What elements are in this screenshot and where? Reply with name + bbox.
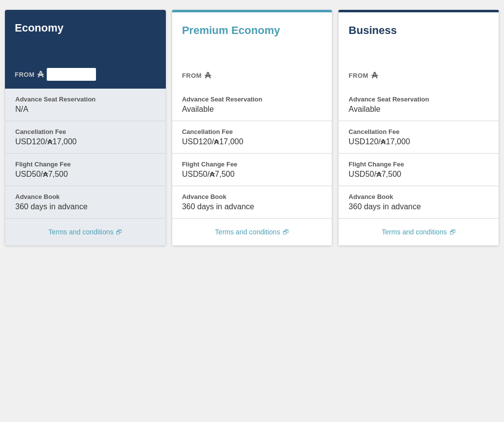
- card-economy-feature-0: Advance Seat ReservationN/A: [5, 89, 165, 121]
- card-economy-external-link-icon: 🗗: [116, 228, 122, 236]
- card-premium: Premium EconomyFROMAAdvance Seat Reserva…: [172, 10, 333, 246]
- card-business-terms-link[interactable]: Terms and conditions🗗: [382, 228, 456, 236]
- card-business-feature-value-0: Available: [348, 105, 489, 114]
- card-premium-feature-label-3: Advance Book: [182, 193, 322, 200]
- card-economy-header: EconomyFROMA: [5, 10, 166, 89]
- card-business-external-link-icon: 🗗: [449, 228, 456, 236]
- card-business: BusinessFROMAAdvance Seat ReservationAva…: [338, 10, 499, 246]
- card-economy-price-row: FROMA: [15, 68, 156, 81]
- card-economy-feature-value-1: USD120/A17,000: [15, 137, 156, 146]
- card-business-terms-text: Terms and conditions: [382, 228, 447, 236]
- card-economy-feature-label-0: Advance Seat Reservation: [15, 96, 156, 103]
- card-premium-feature-value-0: Available: [182, 105, 322, 114]
- card-premium-feature-1: Cancellation FeeUSD120/A17,000: [172, 121, 332, 154]
- fare-comparison-cards: EconomyFROMAAdvance Seat ReservationN/AC…: [5, 5, 499, 251]
- card-economy-terms-row: Terms and conditions🗗: [5, 219, 165, 245]
- card-economy-currency-symbol: A: [37, 69, 44, 80]
- card-economy-price-value[interactable]: [47, 68, 96, 81]
- card-premium-body: Advance Seat ReservationAvailableCancell…: [172, 89, 333, 246]
- card-business-price-row: FROMA: [348, 70, 489, 81]
- card-premium-feature-value-3: 360 days in advance: [182, 202, 322, 211]
- card-economy-feature-2: Flight Change FeeUSD50/A7,500: [5, 154, 165, 186]
- card-economy-title: Economy: [15, 22, 156, 34]
- card-economy-feature-value-2: USD50/A7,500: [15, 170, 156, 179]
- card-business-feature-label-2: Flight Change Fee: [348, 161, 489, 168]
- card-business-currency-symbol: A: [372, 70, 378, 81]
- card-premium-feature-value-1: USD120/A17,000: [182, 137, 322, 146]
- card-economy-feature-value-0: N/A: [15, 105, 156, 114]
- card-economy: EconomyFROMAAdvance Seat ReservationN/AC…: [5, 10, 166, 246]
- card-business-feature-label-3: Advance Book: [348, 193, 489, 200]
- card-business-terms-row: Terms and conditions🗗: [339, 219, 499, 245]
- card-business-feature-value-1: USD120/A17,000: [348, 137, 489, 146]
- card-business-feature-label-1: Cancellation Fee: [348, 128, 489, 135]
- card-business-feature-2: Flight Change FeeUSD50/A7,500: [339, 154, 499, 186]
- card-business-feature-label-0: Advance Seat Reservation: [348, 96, 489, 103]
- card-economy-terms-link[interactable]: Terms and conditions🗗: [48, 228, 122, 236]
- card-business-feature-value-3: 360 days in advance: [348, 202, 489, 211]
- card-premium-feature-0: Advance Seat ReservationAvailable: [172, 89, 332, 121]
- card-business-header: BusinessFROMA: [338, 10, 499, 89]
- card-economy-feature-1: Cancellation FeeUSD120/A17,000: [5, 121, 165, 154]
- card-economy-from-label: FROM: [15, 71, 34, 78]
- card-premium-from-label: FROM: [182, 72, 202, 79]
- card-premium-terms-row: Terms and conditions🗗: [172, 219, 332, 245]
- card-premium-feature-label-0: Advance Seat Reservation: [182, 96, 322, 103]
- card-business-title: Business: [348, 24, 489, 37]
- card-premium-feature-3: Advance Book360 days in advance: [172, 186, 332, 219]
- card-economy-body: Advance Seat ReservationN/ACancellation …: [5, 89, 166, 246]
- card-premium-feature-value-2: USD50/A7,500: [182, 170, 322, 179]
- card-business-body: Advance Seat ReservationAvailableCancell…: [338, 89, 499, 246]
- card-business-feature-1: Cancellation FeeUSD120/A17,000: [339, 121, 499, 154]
- card-business-from-label: FROM: [348, 72, 368, 79]
- card-economy-feature-3: Advance Book360 days in advance: [5, 186, 165, 219]
- card-economy-feature-value-3: 360 days in advance: [15, 202, 156, 211]
- card-business-feature-0: Advance Seat ReservationAvailable: [339, 89, 499, 121]
- card-premium-price-row: FROMA: [182, 70, 322, 81]
- card-premium-currency-symbol: A: [205, 70, 211, 81]
- card-economy-feature-label-1: Cancellation Fee: [15, 128, 156, 135]
- card-economy-feature-label-2: Flight Change Fee: [15, 161, 156, 168]
- card-premium-header: Premium EconomyFROMA: [172, 10, 333, 89]
- card-premium-terms-link[interactable]: Terms and conditions🗗: [215, 228, 289, 236]
- card-premium-feature-2: Flight Change FeeUSD50/A7,500: [172, 154, 332, 186]
- card-premium-terms-text: Terms and conditions: [215, 228, 280, 236]
- card-business-feature-value-2: USD50/A7,500: [348, 170, 489, 179]
- card-economy-terms-text: Terms and conditions: [48, 228, 113, 236]
- card-premium-feature-label-1: Cancellation Fee: [182, 128, 322, 135]
- card-premium-external-link-icon: 🗗: [283, 228, 289, 236]
- card-economy-feature-label-3: Advance Book: [15, 193, 156, 200]
- card-business-feature-3: Advance Book360 days in advance: [339, 186, 499, 219]
- card-premium-feature-label-2: Flight Change Fee: [182, 161, 322, 168]
- card-premium-title: Premium Economy: [182, 24, 322, 37]
